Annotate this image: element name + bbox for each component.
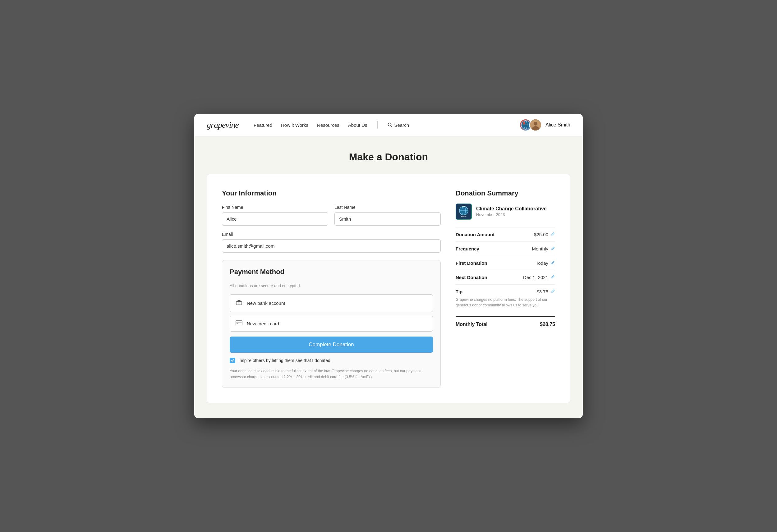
right-column: Donation Summary ONE WORLD <box>456 189 555 388</box>
first-name-input[interactable] <box>222 212 328 226</box>
bank-account-label: New bank account <box>247 301 285 306</box>
payment-title: Payment Method <box>230 268 433 276</box>
inspire-checkbox[interactable] <box>230 358 235 363</box>
nav-about-us[interactable]: About Us <box>348 122 367 128</box>
page-title: Make a Donation <box>207 151 570 163</box>
site-logo[interactable]: grapevine <box>207 120 239 130</box>
next-donation-row: Next Donation Dec 1, 2021 <box>456 270 555 284</box>
email-input[interactable] <box>222 239 441 253</box>
next-donation-value: Dec 1, 2021 <box>523 275 555 280</box>
page-body: Make a Donation Your Information First N… <box>194 136 583 418</box>
browser-frame: grapevine Featured How it Works Resource… <box>194 114 583 418</box>
avatar-group <box>519 119 542 131</box>
bank-account-option[interactable]: New bank account <box>230 294 433 312</box>
first-donation-label: First Donation <box>456 260 487 266</box>
next-donation-label: Next Donation <box>456 275 487 280</box>
search-icon <box>387 122 393 127</box>
payment-method-section: Payment Method All donations are secure … <box>222 260 441 388</box>
tip-label: Tip <box>456 289 462 294</box>
svg-point-8 <box>534 122 537 125</box>
svg-rect-10 <box>236 302 242 302</box>
main-card: Your Information First Name Last Name Em… <box>207 174 570 403</box>
name-row: First Name Last Name <box>222 205 441 226</box>
nav-links: Featured How it Works Resources About Us <box>254 122 367 128</box>
last-name-input[interactable] <box>334 212 441 226</box>
nav-featured[interactable]: Featured <box>254 122 272 128</box>
svg-rect-12 <box>238 302 238 305</box>
org-logo: ONE WORLD <box>456 204 472 220</box>
donation-amount-value: $25.00 <box>534 232 555 237</box>
total-value: $28.75 <box>540 322 555 327</box>
complete-donation-button[interactable]: Complete Donation <box>230 336 433 353</box>
svg-point-6 <box>523 121 525 125</box>
tip-value: $3.75 <box>536 289 555 294</box>
org-name: Climate Change Collaborative <box>476 206 547 212</box>
your-info-title: Your Information <box>222 189 441 197</box>
frequency-value: Monthly <box>532 246 555 251</box>
first-name-label: First Name <box>222 205 328 210</box>
user-name: Alice Smith <box>545 122 570 128</box>
email-group: Email <box>222 232 441 253</box>
svg-rect-14 <box>241 302 241 305</box>
svg-rect-13 <box>240 302 240 305</box>
credit-card-icon <box>236 320 242 327</box>
svg-rect-19 <box>236 323 238 324</box>
tip-row: Tip $3.75 Grapevine charges no platform … <box>456 284 555 315</box>
email-label: Email <box>222 232 441 237</box>
org-row: ONE WORLD Climate Change Collaborative N… <box>456 204 555 220</box>
tip-edit-icon[interactable] <box>551 289 555 294</box>
disclaimer: Your donation is tax deductible to the f… <box>230 368 433 380</box>
search-button[interactable]: Search <box>387 122 409 128</box>
frequency-label: Frequency <box>456 246 479 251</box>
org-date: November 2023 <box>476 212 547 217</box>
donation-amount-label: Donation Amount <box>456 232 494 237</box>
credit-card-label: New credit card <box>247 321 279 326</box>
svg-line-1 <box>391 126 392 127</box>
inspire-checkbox-label: Inspire others by letting them see that … <box>238 358 332 363</box>
inspire-checkbox-row: Inspire others by letting them see that … <box>230 358 433 363</box>
user-avatar[interactable] <box>529 119 542 131</box>
svg-text:WORLD: WORLD <box>461 216 467 217</box>
frequency-row: Frequency Monthly <box>456 241 555 256</box>
first-name-group: First Name <box>222 205 328 226</box>
first-donation-edit-icon[interactable] <box>551 260 555 266</box>
svg-rect-15 <box>236 305 242 305</box>
donation-amount-row: Donation Amount $25.00 <box>456 227 555 241</box>
svg-rect-18 <box>236 322 242 323</box>
last-name-label: Last Name <box>334 205 441 210</box>
last-name-group: Last Name <box>334 205 441 226</box>
nav-right: Alice Smith <box>519 119 570 131</box>
payment-subtitle: All donations are secure and encrypted. <box>230 284 433 288</box>
first-donation-value: Today <box>536 260 555 266</box>
navbar: grapevine Featured How it Works Resource… <box>194 114 583 136</box>
tip-note: Grapevine charges no platform fees. The … <box>456 297 555 308</box>
next-donation-edit-icon[interactable] <box>551 275 555 280</box>
org-info: Climate Change Collaborative November 20… <box>476 206 547 217</box>
summary-title: Donation Summary <box>456 189 555 197</box>
total-label: Monthly Total <box>456 322 488 327</box>
svg-text:ONE: ONE <box>462 205 466 207</box>
frequency-edit-icon[interactable] <box>551 246 555 251</box>
credit-card-option[interactable]: New credit card <box>230 316 433 332</box>
first-donation-row: First Donation Today <box>456 256 555 270</box>
bank-icon <box>236 299 242 307</box>
left-column: Your Information First Name Last Name Em… <box>222 189 441 388</box>
total-row: Monthly Total $28.75 <box>456 316 555 332</box>
donation-amount-edit-icon[interactable] <box>551 232 555 237</box>
nav-resources[interactable]: Resources <box>317 122 339 128</box>
svg-marker-16 <box>236 300 242 302</box>
svg-rect-11 <box>236 302 237 305</box>
nav-how-it-works[interactable]: How it Works <box>281 122 308 128</box>
